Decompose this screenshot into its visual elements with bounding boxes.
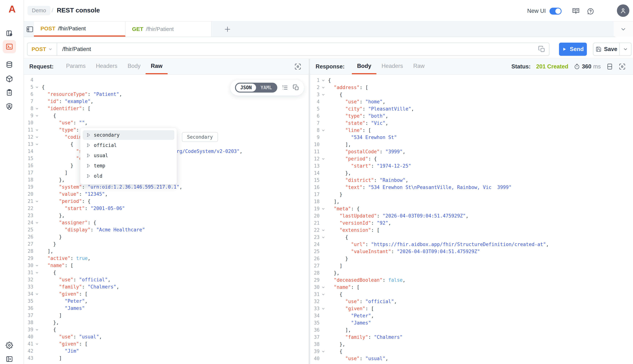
line-number: 43: [26, 355, 33, 362]
send-button[interactable]: Send: [559, 42, 587, 56]
aidbox-logo[interactable]: A: [0, 3, 24, 15]
fold-chevron-icon[interactable]: [320, 348, 327, 355]
iam-shield-user-icon[interactable]: [6, 103, 13, 110]
format-json-option[interactable]: JSON: [236, 84, 256, 92]
package-icon[interactable]: [6, 75, 13, 82]
response-tab-headers[interactable]: Headers: [376, 59, 408, 74]
tab-post-fhir-patient[interactable]: POST /fhir/Patient: [34, 22, 125, 36]
line-number: 36: [312, 326, 320, 334]
request-tab-params[interactable]: Params: [61, 59, 91, 74]
fold-chevron-icon[interactable]: [320, 91, 327, 98]
split-view-icon[interactable]: [606, 63, 613, 70]
user-avatar[interactable]: [617, 4, 629, 17]
settings-gear-icon[interactable]: [6, 342, 13, 349]
fold-chevron-icon[interactable]: [33, 326, 41, 333]
fold-chevron-icon: [320, 248, 327, 255]
expand-sidebar-icon[interactable]: [6, 356, 13, 363]
fold-chevron-icon: [33, 75, 41, 76]
autocomplete-option[interactable]: usual: [83, 151, 174, 160]
autocomplete-option[interactable]: old: [83, 171, 174, 181]
fold-chevron-icon[interactable]: [320, 155, 327, 162]
fold-chevron-icon[interactable]: [33, 84, 41, 91]
fullscreen-icon[interactable]: [619, 63, 626, 70]
clipboard-icon[interactable]: [6, 89, 13, 96]
collapse-panel-icon[interactable]: [26, 26, 34, 33]
fold-chevron-icon[interactable]: [33, 262, 41, 269]
add-tab-icon[interactable]: [224, 25, 232, 33]
method-select[interactable]: POST: [28, 43, 57, 56]
docs-book-icon[interactable]: [572, 7, 579, 15]
code-line: 30 "name": [: [24, 262, 309, 269]
fullscreen-icon[interactable]: [294, 63, 301, 70]
request-tab-raw[interactable]: Raw: [146, 59, 168, 74]
line-number: 15: [312, 177, 320, 184]
fold-chevron-icon[interactable]: [320, 305, 327, 312]
fold-chevron-icon: [320, 112, 327, 120]
line-number: 13: [26, 141, 33, 148]
request-tab-headers[interactable]: Headers: [91, 59, 122, 74]
fold-chevron-icon[interactable]: [33, 219, 41, 226]
code-line: 36 ],: [310, 326, 633, 334]
fold-chevron-icon[interactable]: [320, 84, 327, 91]
autocomplete-option-label: official: [94, 142, 117, 148]
new-ui-toggle[interactable]: [549, 8, 562, 15]
rest-console-nav-item[interactable]: [3, 40, 16, 53]
autocomplete-option[interactable]: temp: [83, 161, 174, 170]
fold-chevron-icon[interactable]: [320, 291, 327, 298]
fold-chevron-icon[interactable]: [33, 340, 41, 348]
fold-chevron-icon[interactable]: [33, 134, 41, 141]
help-icon[interactable]: [587, 8, 594, 15]
copy-body-icon[interactable]: [293, 84, 299, 91]
tab-get-fhir-patient[interactable]: GET /fhir/Patient: [125, 22, 212, 36]
response-editor[interactable]: 1{2 "address": [3 {4 "use": "home",5 "ci…: [310, 75, 633, 364]
timer-icon: [574, 64, 580, 70]
database-icon[interactable]: [6, 61, 13, 68]
url-input[interactable]: /fhir/Patient: [57, 43, 549, 56]
duration: 360 ms: [574, 63, 601, 70]
code-line: 21 "period": {: [24, 198, 309, 205]
tab-path: /fhir/Patient: [146, 26, 174, 32]
line-number: 41: [26, 340, 33, 348]
fold-chevron-icon[interactable]: [33, 290, 41, 298]
fold-chevron-icon[interactable]: [320, 234, 327, 241]
fold-chevron-icon: [33, 234, 41, 240]
code-line: 39 {: [24, 326, 309, 333]
fold-chevron-icon[interactable]: [33, 141, 41, 148]
response-tab-body[interactable]: Body: [352, 59, 376, 74]
fold-chevron-icon[interactable]: [320, 77, 327, 84]
save-options-chevron-icon[interactable]: [620, 43, 631, 56]
request-label: Request:: [29, 63, 54, 70]
panel-divider[interactable]: [309, 59, 310, 364]
code-line: 25 "valueInstant": "2026-04-03T09:04:51.…: [310, 248, 633, 255]
code-line: 29 "active": true,: [24, 255, 309, 262]
response-tab-raw[interactable]: Raw: [408, 59, 430, 74]
line-number: 11: [26, 126, 33, 134]
fold-chevron-icon[interactable]: [320, 205, 327, 212]
request-tab-body[interactable]: Body: [123, 59, 146, 74]
outline-icon[interactable]: [282, 84, 288, 91]
breadcrumb-app[interactable]: Demo: [28, 6, 50, 15]
autocomplete-option[interactable]: secondary: [83, 130, 174, 140]
fold-chevron-icon[interactable]: [33, 105, 41, 112]
fold-chevron-icon[interactable]: [33, 126, 41, 134]
dashboard-icon[interactable]: [6, 30, 13, 37]
copy-url-icon[interactable]: [538, 46, 545, 53]
fold-chevron-icon: [33, 155, 41, 162]
fold-chevron-icon[interactable]: [320, 127, 327, 134]
fold-chevron-icon[interactable]: [320, 284, 327, 291]
save-button[interactable]: Save: [593, 43, 620, 56]
fold-chevron-icon[interactable]: [320, 227, 327, 234]
autocomplete-tooltip: Secondary: [182, 132, 218, 142]
fold-chevron-icon[interactable]: [33, 198, 41, 205]
request-editor[interactable]: 345{6 "resourceType": "Patient",7 "id": …: [24, 75, 309, 364]
code-line: 23 },: [24, 212, 309, 219]
fold-chevron-icon[interactable]: [33, 269, 41, 276]
line-number: 23: [26, 212, 33, 219]
line-number: 21: [312, 220, 320, 227]
autocomplete-option[interactable]: official: [83, 140, 174, 150]
code-line: 21 "versionId": "92",: [310, 220, 633, 227]
format-yaml-option[interactable]: YAML: [256, 84, 276, 92]
tabs-overflow-chevron-icon[interactable]: [613, 22, 633, 37]
fold-chevron-icon[interactable]: [33, 112, 41, 119]
fold-chevron-icon: [320, 334, 327, 341]
